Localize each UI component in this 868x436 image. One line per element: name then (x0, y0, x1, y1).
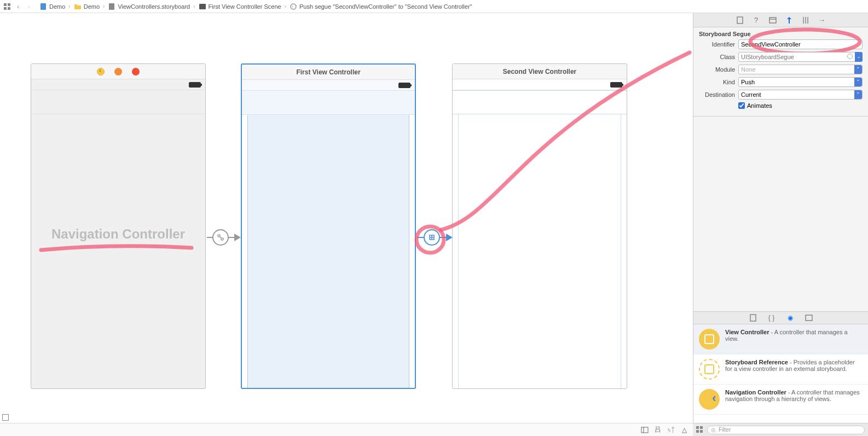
library-filter-field[interactable]: ◎ Filter (707, 426, 865, 434)
media-library-icon[interactable] (805, 313, 813, 322)
crumb-label: ViewControllers.storyboard (118, 3, 190, 10)
canvas-resolve-icon[interactable]: △ (680, 426, 688, 434)
svg-rect-4 (40, 3, 46, 10)
svg-rect-23 (750, 315, 756, 321)
module-select[interactable]: None (738, 65, 863, 74)
navigation-bar-area (242, 91, 415, 115)
class-field[interactable] (738, 52, 863, 62)
back-nav-icon[interactable]: ‹ (14, 3, 22, 10)
library-item-view-controller[interactable]: View Controller - A controller that mana… (693, 324, 868, 354)
segue-push-second[interactable] (417, 229, 453, 246)
animates-label: Animates (747, 102, 772, 109)
scene-title-bar: First View Controller (242, 65, 415, 80)
canvas-pin-icon[interactable]: ᛃᛏ (667, 426, 675, 434)
object-library-list[interactable]: View Controller - A controller that mana… (693, 324, 868, 423)
segue-root-relationship[interactable] (207, 229, 241, 246)
svg-rect-2 (4, 7, 7, 10)
crumb-segue[interactable]: ‹ Push segue "SecondViewController" to "… (290, 3, 472, 10)
forward-nav-icon[interactable]: › (25, 3, 33, 10)
crumb-group[interactable]: Demo (74, 3, 100, 10)
quick-help-tab-icon[interactable]: ? (752, 16, 761, 25)
scene-item-first-responder-icon[interactable] (114, 68, 122, 75)
canvas-any-any-icon[interactable] (640, 426, 649, 434)
destination-label: Destination (699, 91, 735, 98)
related-items-icon[interactable] (3, 3, 11, 10)
status-bar (31, 79, 205, 90)
scene-item-back-icon[interactable] (97, 68, 105, 75)
svg-rect-29 (696, 430, 699, 433)
destination-select[interactable]: Current (738, 90, 863, 100)
svg-rect-3 (8, 7, 10, 10)
canvas-outline-toggle-icon[interactable] (2, 414, 9, 421)
scene-item-exit-icon[interactable] (132, 68, 140, 75)
library-item-title: Navigation Controller (725, 389, 786, 396)
svg-rect-27 (696, 426, 699, 429)
code-snippet-library-icon[interactable]: { } (767, 313, 776, 322)
class-label: Class (699, 54, 735, 60)
status-bar (242, 80, 415, 91)
battery-icon (398, 83, 410, 88)
attributes-inspector-tab-icon[interactable] (785, 16, 794, 25)
canvas-align-icon[interactable]: 吕 (653, 426, 662, 434)
svg-point-10 (221, 238, 223, 240)
kind-label: Kind (699, 79, 735, 85)
identity-inspector-tab-icon[interactable] (768, 16, 777, 25)
svg-point-9 (218, 235, 220, 237)
crumb-label: First View Controller Scene (209, 3, 281, 10)
library-grid-toggle-icon[interactable] (696, 426, 704, 434)
scene-title-bar: Second View Controller (453, 64, 627, 79)
svg-rect-5 (109, 3, 114, 10)
library-item-storyboard-reference[interactable]: Storyboard Reference - Provides a placeh… (693, 354, 868, 385)
svg-rect-6 (199, 4, 206, 9)
file-inspector-tab-icon[interactable] (736, 16, 744, 25)
file-template-library-icon[interactable] (749, 313, 757, 322)
size-inspector-tab-icon[interactable] (801, 16, 810, 25)
inspector-spacer (693, 116, 868, 311)
battery-icon (189, 82, 201, 88)
svg-rect-17 (769, 18, 776, 23)
scene-second-view-controller[interactable]: Second View Controller (452, 63, 627, 389)
scene-navigation-controller[interactable]: Navigation Controller (31, 63, 206, 389)
svg-rect-24 (806, 315, 812, 321)
filter-placeholder: Filter (719, 427, 731, 433)
library-badge-icon (699, 329, 720, 350)
library-item-title: Storyboard Reference (725, 359, 788, 365)
inspector-tabs: ? → (693, 13, 868, 27)
breadcrumb-bar: ‹ › Demo › Demo › ViewControllers.storyb… (0, 0, 868, 13)
utilities-panel: ? → Storyboard Segue Identifier Class ⌄ … (693, 13, 868, 423)
library-item-title: View Controller (725, 329, 769, 335)
canvas-bottom-bar: 吕 ᛃᛏ △ (0, 423, 693, 436)
crumb-scene[interactable]: First View Controller Scene (199, 3, 281, 10)
navigation-bar-area (31, 90, 205, 114)
identifier-label: Identifier (699, 41, 735, 48)
class-dropdown-icon[interactable]: ⌄ (855, 52, 863, 62)
safe-area-guides (458, 114, 621, 388)
svg-line-11 (220, 237, 221, 238)
storyboard-canvas[interactable]: Navigation Controller First View Control… (0, 13, 693, 423)
animates-checkbox[interactable] (738, 102, 745, 109)
connections-inspector-tab-icon[interactable]: → (818, 16, 826, 25)
svg-rect-1 (8, 3, 10, 6)
svg-rect-0 (4, 3, 7, 6)
crumb-label: Push segue "SecondViewController" to "Se… (299, 3, 472, 10)
kind-select[interactable]: Push (738, 77, 863, 87)
object-library-icon[interactable]: ◉ (786, 313, 795, 322)
class-jump-icon[interactable] (847, 54, 853, 59)
segue-push-icon (424, 229, 440, 246)
identifier-field[interactable] (738, 39, 863, 49)
library-item-navigation-controller[interactable]: Navigation Controller - A controller tha… (693, 385, 868, 415)
module-label: Module (699, 66, 735, 73)
safe-area-guides (247, 115, 409, 388)
svg-rect-28 (700, 426, 703, 429)
library-tabs: { } ◉ (693, 311, 868, 324)
navigation-controller-label: Navigation Controller (51, 226, 185, 242)
svg-text:‹: ‹ (292, 4, 293, 9)
scene-first-view-controller[interactable]: First View Controller (241, 63, 416, 389)
navigation-bar-area (453, 90, 627, 114)
library-badge-icon (699, 389, 720, 410)
segue-relationship-icon (212, 229, 229, 246)
crumb-file[interactable]: ViewControllers.storyboard (108, 3, 190, 10)
library-bottom-bar: ◎ Filter (693, 423, 868, 436)
crumb-project[interactable]: Demo (39, 3, 65, 10)
library-badge-icon (699, 359, 720, 380)
